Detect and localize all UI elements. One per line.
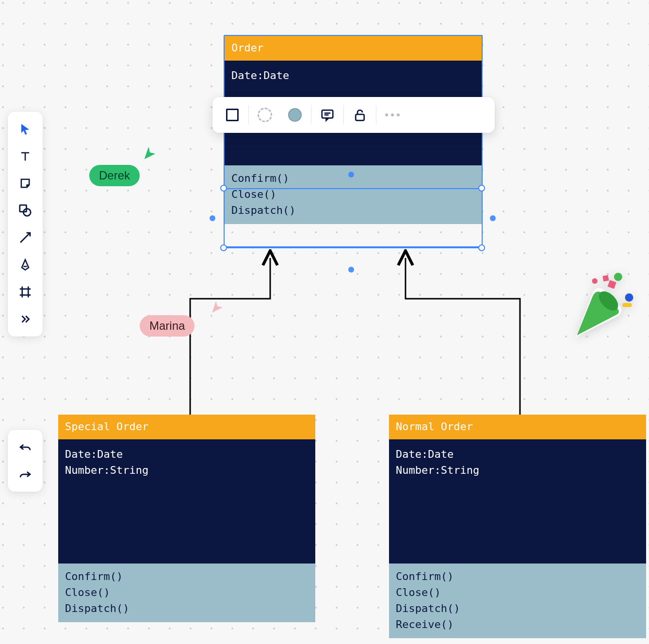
card-order-methods: Confirm() Close() Dispatch() xyxy=(225,165,482,224)
frame-icon xyxy=(18,285,32,299)
separator xyxy=(376,105,376,125)
method-row: Dispatch() xyxy=(231,202,475,218)
separator xyxy=(311,105,311,125)
cursor-arrow-icon xyxy=(18,122,32,136)
method-row: Dispatch() xyxy=(65,600,308,616)
lock-button[interactable] xyxy=(346,101,374,129)
svg-rect-9 xyxy=(622,303,632,307)
separator xyxy=(248,105,249,125)
card-normal-attributes: Date:Date Number:String xyxy=(389,439,646,564)
redo-button[interactable] xyxy=(12,461,39,488)
undo-redo-toolbar xyxy=(8,430,43,492)
method-row: Confirm() xyxy=(231,170,475,186)
attr-row: Date:Date xyxy=(231,67,475,83)
party-popper-icon xyxy=(555,269,637,351)
card-normal-order[interactable]: Normal Order Date:Date Number:String Con… xyxy=(389,415,646,638)
context-toolbar xyxy=(212,97,495,133)
marina-cursor xyxy=(210,300,225,317)
svg-rect-7 xyxy=(602,275,609,281)
more-tools[interactable] xyxy=(12,306,39,333)
card-special-order[interactable]: Special Order Date:Date Number:String Co… xyxy=(58,415,315,622)
pen-tool[interactable] xyxy=(12,251,39,278)
undo-button[interactable] xyxy=(12,434,39,461)
shape-tool[interactable] xyxy=(12,197,39,224)
unlock-icon xyxy=(353,108,367,122)
svg-rect-6 xyxy=(608,280,617,289)
derek-label: Derek xyxy=(89,165,140,186)
undo-icon xyxy=(18,440,32,454)
svg-point-10 xyxy=(592,278,598,284)
square-icon xyxy=(226,109,239,121)
derek-cursor xyxy=(142,145,158,164)
card-special-methods: Confirm() Close() Dispatch() xyxy=(58,564,315,622)
attr-row: Date:Date xyxy=(65,446,308,462)
fill-color-button[interactable] xyxy=(281,101,309,129)
svg-rect-3 xyxy=(356,114,364,121)
border-style-button[interactable] xyxy=(251,101,279,129)
frame-tool[interactable] xyxy=(12,278,39,306)
attr-row: Number:String xyxy=(65,462,308,478)
svg-point-8 xyxy=(625,293,633,302)
method-row: Confirm() xyxy=(65,568,308,584)
text-tool[interactable] xyxy=(12,143,39,170)
more-options-button[interactable] xyxy=(378,101,406,129)
separator xyxy=(343,105,344,125)
arrow-icon xyxy=(18,230,32,245)
svg-rect-0 xyxy=(322,110,333,118)
pen-icon xyxy=(18,258,32,272)
svg-point-5 xyxy=(614,273,622,281)
sticky-note-icon xyxy=(18,177,32,190)
card-normal-methods: Confirm() Close() Dispatch() Receive() xyxy=(389,564,646,638)
redo-icon xyxy=(18,467,32,482)
party-popper-sticker[interactable] xyxy=(555,269,637,353)
chevrons-right-icon xyxy=(19,313,32,325)
method-row: Confirm() xyxy=(396,568,639,584)
text-icon xyxy=(18,149,32,163)
comment-icon xyxy=(320,108,335,122)
dot-icon xyxy=(397,113,400,116)
cursor-icon xyxy=(142,145,158,162)
method-row: Dispatch() xyxy=(396,600,639,616)
card-special-header: Special Order xyxy=(58,415,315,439)
shapes-icon xyxy=(18,203,32,218)
canvas[interactable]: Order Date:Date Confirm() Close() Dispat… xyxy=(0,0,649,644)
card-normal-header: Normal Order xyxy=(389,415,646,439)
card-order-header: Order xyxy=(225,36,482,61)
method-row: Close() xyxy=(396,584,639,600)
fill-swatch-icon xyxy=(288,108,302,122)
style-no-fill-button[interactable] xyxy=(218,101,246,129)
sticky-note-tool[interactable] xyxy=(12,170,39,197)
comment-button[interactable] xyxy=(313,101,341,129)
tools-toolbar xyxy=(8,112,43,337)
method-row: Receive() xyxy=(396,616,639,632)
attr-row: Number:String xyxy=(396,462,639,478)
dashed-circle-icon xyxy=(258,108,272,122)
method-row: Close() xyxy=(231,186,475,202)
dot-icon xyxy=(385,113,388,116)
select-tool[interactable] xyxy=(12,115,39,143)
connector-tool[interactable] xyxy=(12,224,39,251)
dot-icon xyxy=(391,113,394,116)
cursor-icon xyxy=(210,300,225,315)
attr-row: Date:Date xyxy=(396,446,639,462)
marina-label: Marina xyxy=(140,315,195,337)
card-special-attributes: Date:Date Number:String xyxy=(58,439,315,564)
method-row: Close() xyxy=(65,584,308,600)
